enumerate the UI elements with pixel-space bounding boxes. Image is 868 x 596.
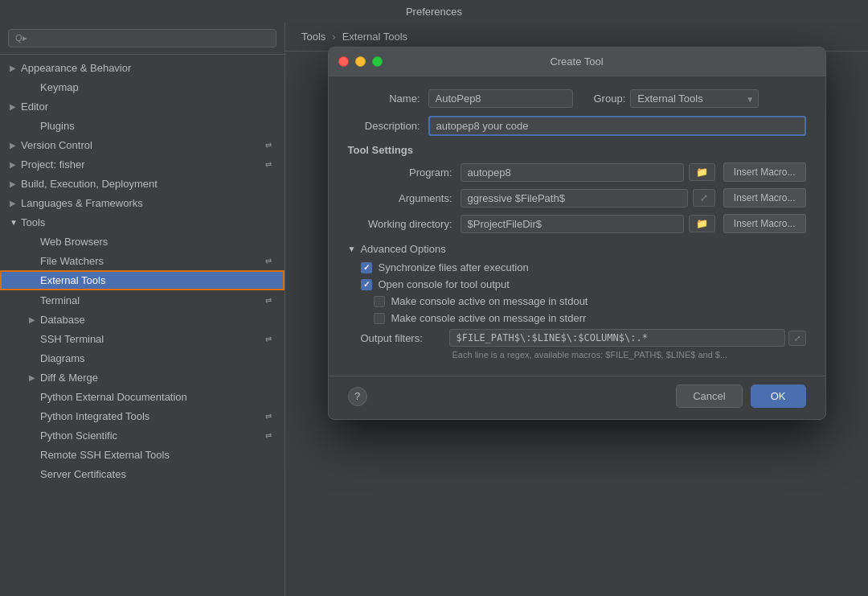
sidebar-item-appearance[interactable]: ▶ Appearance & Behavior [0,58,285,77]
checkmark-icon: ✓ [363,263,370,272]
sidebar-item-label: Appearance & Behavior [21,62,275,74]
sidebar-item-database[interactable]: ▶ Database [0,310,285,329]
footer-buttons: Cancel OK [676,384,805,408]
console-stdout-checkbox[interactable] [374,296,385,307]
advanced-section: ▼ Advanced Options ✓ Synchronize files a… [348,243,806,360]
checkmark-icon: ✓ [363,280,370,289]
arrow-icon: ▶ [29,315,40,324]
arguments-input-wrapper: ⤢ [461,189,715,208]
sidebar-item-python-scientific[interactable]: Python Scientific ⇄ [0,425,285,445]
group-select-wrapper: Group: External Tools Other ▼ [594,89,760,108]
working-dir-browse-button[interactable]: 📁 [689,215,715,232]
sidebar-item-python-integrated[interactable]: Python Integrated Tools ⇄ [0,406,285,425]
group-select[interactable]: External Tools Other [630,89,759,108]
help-button[interactable]: ? [348,387,367,406]
group-label: Group: [594,92,626,105]
description-row: Description: [348,116,806,136]
tool-settings-title: Tool Settings [348,144,806,156]
program-row: Program: 📁 Insert Macro... [356,162,806,182]
advanced-toggle[interactable]: ▼ Advanced Options [348,243,806,255]
working-dir-label: Working directory: [356,218,452,230]
program-label: Program: [356,166,452,179]
working-dir-input[interactable] [461,215,684,233]
sidebar-item-label: SSH Terminal [40,333,262,345]
sidebar-item-terminal[interactable]: Terminal ⇄ [0,290,285,310]
title-bar: Preferences [0,0,868,23]
search-input[interactable] [32,32,269,44]
sidebar-item-python-external-doc[interactable]: Python External Documentation [0,387,285,406]
search-icon: Q▸ [15,33,27,43]
sidebar-item-server-certs[interactable]: Server Certificates [0,464,285,483]
sync-icon: ⇄ [262,429,275,442]
traffic-lights [338,56,383,67]
name-group-row: Name: Group: External Tools Other ▼ [348,89,806,108]
program-insert-macro-button[interactable]: Insert Macro... [723,162,806,182]
sidebar-item-plugins[interactable]: Plugins [0,116,285,135]
create-tool-dialog: Create Tool Name: Group: [328,47,826,420]
sidebar-item-label: Plugins [40,120,275,132]
output-filters-input[interactable] [449,329,785,347]
output-input-wrapper: ⤢ [449,329,806,347]
working-dir-insert-macro-button[interactable]: Insert Macro... [723,214,806,233]
dialog-overlay: Create Tool Name: Group: [285,23,868,596]
program-input[interactable] [461,163,684,182]
sidebar-item-tools[interactable]: ▼ Tools [0,212,285,232]
sidebar-item-keymap[interactable]: Keymap [0,77,285,97]
arguments-insert-macro-button[interactable]: Insert Macro... [723,188,806,208]
sidebar-item-label: Python Scientific [40,430,262,442]
sidebar-item-project[interactable]: ▶ Project: fisher ⇄ [0,154,285,174]
arguments-label: Arguments: [356,192,452,204]
arguments-input[interactable] [461,189,688,208]
sidebar-item-external-tools[interactable]: External Tools [0,270,285,290]
sidebar-item-file-watchers[interactable]: File Watchers ⇄ [0,251,285,270]
open-console-row[interactable]: ✓ Open console for tool output [348,278,806,290]
output-filters-row: Output filters: ⤢ [348,329,806,347]
search-input-wrapper[interactable]: Q▸ [8,29,276,47]
open-console-checkbox[interactable]: ✓ [361,279,372,290]
arrow-icon: ▶ [10,102,21,111]
output-expand-button[interactable]: ⤢ [788,331,806,346]
arguments-row: Arguments: ⤢ Insert Macro... [356,188,806,208]
description-input[interactable] [428,116,806,136]
sidebar-item-languages[interactable]: ▶ Languages & Frameworks [0,193,285,212]
sidebar-item-label: Editor [21,101,275,113]
sync-files-label: Synchronize files after execution [379,261,529,273]
sidebar-item-label: Keymap [40,81,275,93]
sidebar-item-label: External Tools [40,274,273,286]
sidebar-item-label: Server Certificates [40,468,275,480]
console-stderr-checkbox[interactable] [374,313,385,324]
sidebar-item-editor[interactable]: ▶ Editor [0,97,285,116]
close-button[interactable] [338,56,349,67]
sidebar-item-remote-ssh[interactable]: Remote SSH External Tools [0,445,285,464]
console-stderr-row[interactable]: Make console active on message in stderr [348,312,806,324]
sidebar-item-build[interactable]: ▶ Build, Execution, Deployment [0,174,285,193]
console-stderr-label: Make console active on message in stderr [391,312,587,324]
sidebar-item-label: Python External Documentation [40,391,275,403]
sidebar-item-version-control[interactable]: ▶ Version Control ⇄ [0,135,285,154]
name-input[interactable] [428,89,573,108]
maximize-button[interactable] [372,56,383,67]
arrow-icon: ▶ [10,160,21,169]
macro-hint: Each line is a regex, available macros: … [348,350,806,360]
sync-icon: ⇄ [262,294,275,306]
sync-files-row[interactable]: ✓ Synchronize files after execution [348,261,806,273]
arguments-expand-button[interactable]: ⤢ [693,189,715,207]
preferences-window: Preferences Q▸ ▶ Appearance & Behavior [0,0,868,596]
cancel-button[interactable]: Cancel [676,384,742,408]
sidebar-item-web-browsers[interactable]: Web Browsers [0,232,285,251]
sync-icon: ⇄ [262,409,275,422]
console-stdout-label: Make console active on message in stdout [391,295,588,307]
ok-button[interactable]: OK [751,384,806,408]
sync-files-checkbox[interactable]: ✓ [361,262,372,273]
search-bar: Q▸ [0,23,285,55]
program-browse-button[interactable]: 📁 [689,163,715,181]
sidebar-item-ssh-terminal[interactable]: SSH Terminal ⇄ [0,329,285,348]
sync-icon: ⇄ [262,254,275,267]
console-stdout-row[interactable]: Make console active on message in stdout [348,295,806,307]
sidebar-item-diagrams[interactable]: Diagrams [0,348,285,368]
arrow-icon: ▶ [10,199,21,208]
minimize-button[interactable] [355,56,366,67]
sidebar-item-diff-merge[interactable]: ▶ Diff & Merge [0,368,285,387]
sidebar-item-label: Build, Execution, Deployment [21,178,275,190]
name-label: Name: [348,92,420,105]
